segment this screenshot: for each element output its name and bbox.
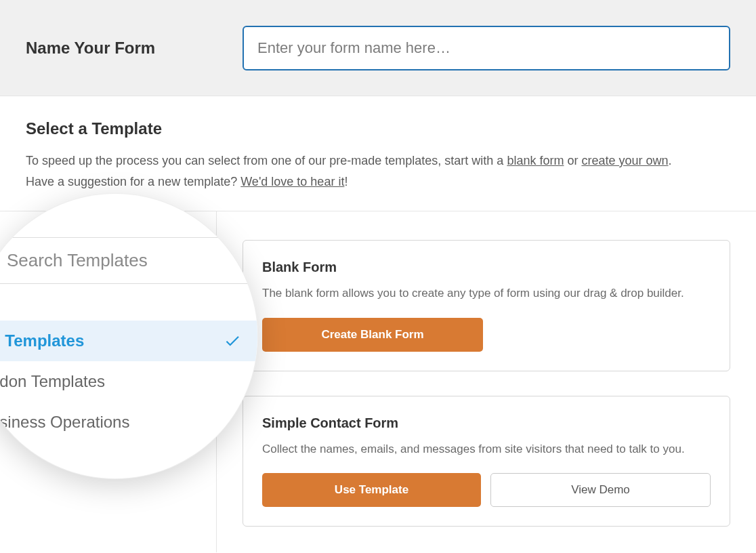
template-title: Blank Form xyxy=(262,260,711,275)
form-name-input[interactable] xyxy=(243,26,730,70)
create-your-own-link[interactable]: create your own xyxy=(581,154,668,167)
suggest-template-link[interactable]: We'd love to hear it xyxy=(240,175,344,188)
zoom-category-addon-templates[interactable]: Addon Templates xyxy=(0,361,257,402)
zoom-search-placeholder: Search Templates xyxy=(7,250,148,271)
check-icon xyxy=(224,332,241,350)
template-list: Blank Form The blank form allows you to … xyxy=(217,211,756,552)
template-title: Simple Contact Form xyxy=(262,415,711,431)
zoom-search[interactable]: Search Templates xyxy=(0,237,257,284)
template-card-blank-form: Blank Form The blank form allows you to … xyxy=(243,240,730,371)
template-desc: Collect the names, emails, and messages … xyxy=(262,441,711,458)
view-demo-button[interactable]: View Demo xyxy=(490,473,711,507)
name-form-title: Name Your Form xyxy=(26,39,243,58)
name-form-header: Name Your Form xyxy=(0,0,756,96)
template-card-simple-contact-form: Simple Contact Form Collect the names, e… xyxy=(243,396,730,527)
zoom-category-all-templates[interactable]: All Templates xyxy=(0,321,257,361)
blank-form-link[interactable]: blank form xyxy=(507,154,564,167)
select-template-heading: Select a Template xyxy=(26,119,730,138)
intro-text: To speed up the process you can select f… xyxy=(26,150,730,192)
template-desc: The blank form allows you to create any … xyxy=(262,285,711,302)
use-template-button[interactable]: Use Template xyxy=(262,473,481,507)
create-blank-form-button[interactable]: Create Blank Form xyxy=(262,318,483,352)
